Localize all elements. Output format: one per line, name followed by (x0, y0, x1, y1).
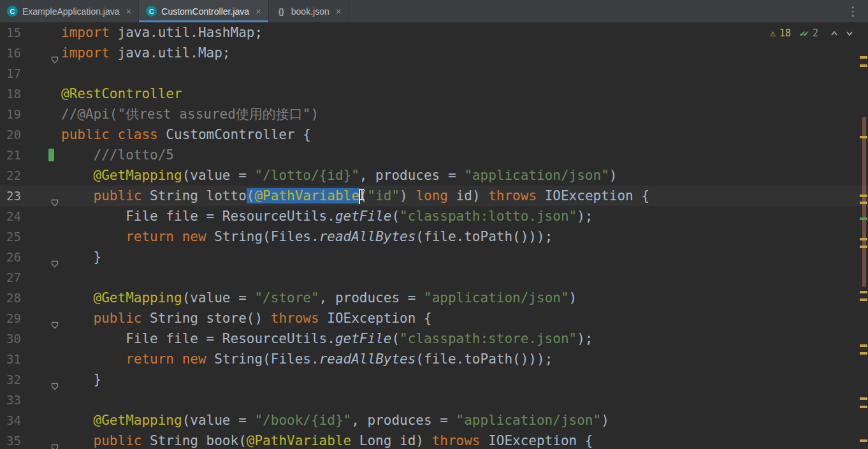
code-line-23[interactable]: 23 public String lotto(@PathVariable("id… (0, 186, 868, 206)
line-number[interactable]: 25 (0, 226, 21, 247)
code-token (61, 168, 94, 183)
gutter[interactable]: 28 (0, 288, 61, 308)
fold-marker-icon[interactable] (51, 437, 59, 449)
gutter[interactable]: 22 (0, 165, 61, 186)
gutter[interactable]: 33 (0, 390, 61, 410)
tab-customcontroller-java[interactable]: CCustomController.java× (139, 0, 269, 22)
line-number[interactable]: 15 (0, 22, 21, 43)
code-line-22[interactable]: 22 @GetMapping(value = "/lotto/{id}", pr… (0, 165, 868, 186)
code-line-33[interactable]: 33 (0, 390, 868, 410)
gutter[interactable]: 31 (0, 349, 61, 369)
gutter[interactable]: 25 (0, 226, 61, 247)
code-token: IOException { (480, 433, 593, 448)
code-line-25[interactable]: 25 return new String(Files.readAllBytes(… (0, 226, 868, 247)
gutter[interactable]: 29 (0, 308, 61, 328)
code-line-24[interactable]: 24 File file = ResourceUtils.getFile("cl… (0, 206, 868, 226)
code-line-34[interactable]: 34 @GetMapping(value = "/book/{id}", pro… (0, 410, 868, 431)
warning-stripe-mark[interactable] (860, 56, 867, 59)
tab-close-icon[interactable]: × (126, 6, 132, 17)
gutter[interactable]: 15 (0, 22, 61, 43)
gutter[interactable]: 17 (0, 63, 61, 84)
warning-stripe-mark[interactable] (860, 397, 867, 400)
warning-stripe-mark[interactable] (860, 136, 867, 138)
code-line-17[interactable]: 17 (0, 63, 868, 84)
code-line-31[interactable]: 31 return new String(Files.readAllBytes(… (0, 349, 868, 369)
code-line-35[interactable]: 35 public String book(@PathVariable Long… (0, 431, 868, 449)
code-line-30[interactable]: 30 File file = ResourceUtils.getFile("cl… (0, 328, 868, 349)
warning-stripe-mark[interactable] (860, 291, 867, 293)
tab-close-icon[interactable]: × (336, 6, 342, 17)
warning-stripe-mark[interactable] (860, 195, 867, 197)
warning-stripe-mark[interactable] (860, 298, 867, 301)
code-token: long (416, 188, 448, 203)
warning-stripe-mark[interactable] (860, 344, 867, 347)
tabs-container: CExampleApplication.java×CCustomControll… (0, 0, 349, 22)
warning-stripe-mark[interactable] (860, 246, 867, 248)
code-line-15[interactable]: 15import java.util.HashMap; (0, 22, 868, 43)
gutter[interactable]: 32 (0, 369, 61, 390)
warning-stripe-mark[interactable] (860, 64, 867, 67)
line-number[interactable]: 21 (0, 145, 21, 165)
error-stripe-scrollbar[interactable] (859, 22, 868, 449)
code-editor[interactable]: 15import java.util.HashMap;16import java… (0, 22, 868, 449)
line-number[interactable]: 24 (0, 206, 21, 226)
line-number[interactable]: 17 (0, 63, 21, 84)
gutter[interactable]: 18 (0, 84, 61, 104)
code-token: (file.toPath())); (416, 351, 553, 367)
code-line-21[interactable]: 21 ///lotto/5 (0, 145, 868, 165)
line-number[interactable]: 35 (0, 431, 21, 449)
gutter[interactable]: 30 (0, 328, 61, 349)
warning-stripe-mark[interactable] (860, 406, 867, 408)
line-number[interactable]: 28 (0, 288, 21, 308)
tab-close-icon[interactable]: × (256, 6, 261, 17)
line-number[interactable]: 19 (0, 104, 21, 124)
warning-stripe-mark[interactable] (860, 439, 867, 442)
previous-problem-chevron-up-icon[interactable] (828, 29, 840, 38)
tab-exampleapplication-java[interactable]: CExampleApplication.java× (0, 0, 139, 22)
line-number[interactable]: 26 (0, 247, 21, 267)
code-line-20[interactable]: 20public class CustomController { (0, 124, 868, 145)
warning-stripe-mark[interactable] (860, 202, 867, 204)
gutter[interactable]: 19 (0, 104, 61, 124)
warning-stripe-mark[interactable] (860, 352, 867, 355)
code-line-16[interactable]: 16import java.util.Map; (0, 43, 868, 63)
line-number[interactable]: 29 (0, 308, 21, 328)
changed-stripe-mark[interactable] (860, 217, 867, 220)
gutter[interactable]: 34 (0, 410, 61, 431)
line-number[interactable]: 32 (0, 369, 21, 390)
code-line-19[interactable]: 19//@Api("供rest assured使用的接口") (0, 104, 868, 124)
line-number[interactable]: 33 (0, 390, 21, 410)
tab-book-json[interactable]: {}book.json× (269, 0, 349, 22)
inspection-widget[interactable]: ⚠ 18 ✔ ✔ 2 (770, 27, 855, 39)
line-number[interactable]: 31 (0, 349, 21, 369)
code-line-28[interactable]: 28 @GetMapping(value = "/store", produce… (0, 288, 868, 308)
warning-icon: ⚠ (770, 27, 776, 39)
line-number[interactable]: 16 (0, 43, 21, 63)
gutter[interactable]: 20 (0, 124, 61, 145)
gutter[interactable]: 27 (0, 267, 61, 288)
code-line-29[interactable]: 29 public String store() throws IOExcept… (0, 308, 868, 328)
code-token: "classpath:lotto.json" (400, 209, 577, 224)
line-number[interactable]: 20 (0, 124, 21, 145)
more-options-icon[interactable]: ⋮ (838, 0, 868, 22)
code-line-18[interactable]: 18@RestController (0, 84, 868, 104)
line-number[interactable]: 34 (0, 410, 21, 431)
gutter[interactable]: 26 (0, 247, 61, 267)
gutter[interactable]: 35 (0, 431, 61, 449)
line-number[interactable]: 30 (0, 328, 21, 349)
gutter[interactable]: 23 (0, 186, 61, 206)
line-number[interactable]: 27 (0, 267, 21, 288)
code-line-27[interactable]: 27 (0, 267, 868, 288)
code-token: , produces = (319, 290, 424, 305)
line-number[interactable]: 18 (0, 84, 21, 104)
code-line-32[interactable]: 32 } (0, 369, 868, 390)
next-problem-chevron-down-icon[interactable] (844, 29, 855, 38)
code-line-26[interactable]: 26 } (0, 247, 868, 267)
warning-stripe-mark[interactable] (860, 238, 867, 240)
line-number[interactable]: 23 (0, 186, 21, 206)
vcs-changed-marker[interactable] (48, 149, 54, 161)
gutter[interactable]: 21 (0, 145, 61, 165)
gutter[interactable]: 24 (0, 206, 61, 226)
gutter[interactable]: 16 (0, 43, 61, 63)
line-number[interactable]: 22 (0, 165, 21, 186)
